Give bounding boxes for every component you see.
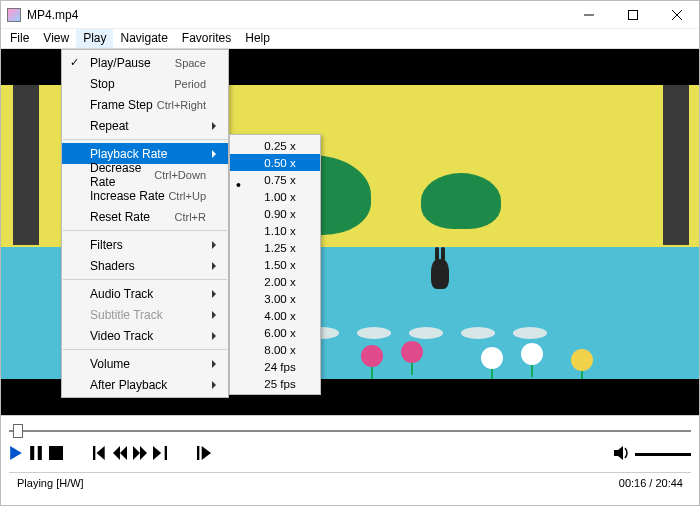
menu-file[interactable]: File: [3, 29, 36, 48]
menu-help[interactable]: Help: [238, 29, 277, 48]
controls: Playing [H/W] 00:16 / 20:44: [1, 415, 699, 505]
rate-option-1-25-x[interactable]: 1.25 x: [230, 239, 320, 256]
menu-item-label: Increase Rate: [90, 189, 168, 203]
menubar: File View Play Navigate Favorites Help: [1, 29, 699, 49]
menu-separator: [63, 230, 227, 231]
rate-option-2-00-x[interactable]: 2.00 x: [230, 273, 320, 290]
svg-marker-9: [97, 446, 105, 460]
rate-option-label: 24 fps: [264, 361, 295, 373]
minimize-button[interactable]: [567, 1, 611, 29]
rate-option-0-90-x[interactable]: 0.90 x: [230, 205, 320, 222]
svg-rect-16: [197, 446, 199, 460]
menu-item-increase-rate[interactable]: Increase RateCtrl+Up: [62, 185, 228, 206]
rate-option-label: 0.50 x: [264, 157, 295, 169]
pause-button[interactable]: [29, 446, 43, 463]
svg-marker-17: [202, 446, 211, 460]
rate-option-label: 0.25 x: [264, 140, 295, 152]
rate-option-3-00-x[interactable]: 3.00 x: [230, 290, 320, 307]
rate-option-8-00-x[interactable]: 8.00 x: [230, 341, 320, 358]
rate-option-label: 1.00 x: [264, 191, 295, 203]
menu-favorites[interactable]: Favorites: [175, 29, 238, 48]
menu-item-volume[interactable]: Volume: [62, 353, 228, 374]
menu-item-label: Repeat: [90, 119, 206, 133]
rate-option-label: 3.00 x: [264, 293, 295, 305]
seek-thumb[interactable]: [13, 424, 23, 438]
rate-option-label: 25 fps: [264, 378, 295, 390]
seek-bar[interactable]: [9, 422, 691, 440]
svg-marker-4: [10, 446, 22, 460]
menu-item-filters[interactable]: Filters: [62, 234, 228, 255]
menu-item-after-playback[interactable]: After Playback: [62, 374, 228, 395]
volume-slider[interactable]: [635, 453, 691, 456]
stop-button[interactable]: [49, 446, 63, 463]
forward-button[interactable]: [133, 446, 147, 463]
menu-item-stop[interactable]: StopPeriod: [62, 73, 228, 94]
rate-option-0-25-x[interactable]: 0.25 x: [230, 137, 320, 154]
cartoon-rabbit: [431, 259, 449, 289]
menu-item-shortcut: Ctrl+Down: [154, 169, 206, 181]
rewind-button[interactable]: [113, 446, 127, 463]
menu-item-label: Play/Pause: [90, 56, 175, 70]
svg-marker-12: [133, 446, 140, 460]
skip-back-button[interactable]: [93, 446, 107, 463]
svg-marker-14: [153, 446, 161, 460]
rate-option-1-50-x[interactable]: 1.50 x: [230, 256, 320, 273]
rate-option-label: 6.00 x: [264, 327, 295, 339]
svg-rect-7: [49, 446, 63, 460]
rate-option-0-50-x[interactable]: 0.50 x: [230, 154, 320, 171]
maximize-button[interactable]: [611, 1, 655, 29]
svg-rect-5: [30, 446, 34, 460]
menu-separator: [63, 279, 227, 280]
rate-option-4-00-x[interactable]: 4.00 x: [230, 307, 320, 324]
rate-option-label: 2.00 x: [264, 276, 295, 288]
menu-item-label: Video Track: [90, 329, 206, 343]
rate-option-0-75-x[interactable]: 0.75 x: [230, 171, 320, 188]
menu-navigate[interactable]: Navigate: [113, 29, 174, 48]
rate-option-label: 8.00 x: [264, 344, 295, 356]
menu-item-decrease-rate[interactable]: Decrease RateCtrl+Down: [62, 164, 228, 185]
window-title: MP4.mp4: [27, 8, 567, 22]
rate-option-label: 1.25 x: [264, 242, 295, 254]
rate-option-1-10-x[interactable]: 1.10 x: [230, 222, 320, 239]
menu-item-shortcut: Period: [174, 78, 206, 90]
menu-item-subtitle-track: Subtitle Track: [62, 304, 228, 325]
volume-icon[interactable]: [613, 444, 631, 465]
menu-item-label: After Playback: [90, 378, 206, 392]
play-menu-dropdown: Play/PauseSpaceStopPeriodFrame StepCtrl+…: [61, 49, 229, 398]
app-icon: [7, 8, 21, 22]
status-bar: Playing [H/W] 00:16 / 20:44: [9, 472, 691, 492]
titlebar: MP4.mp4: [1, 1, 699, 29]
play-button[interactable]: [9, 446, 23, 463]
rate-option-24-fps[interactable]: 24 fps: [230, 358, 320, 375]
svg-marker-18: [614, 446, 623, 460]
menu-view[interactable]: View: [36, 29, 76, 48]
close-button[interactable]: [655, 1, 699, 29]
menu-item-frame-step[interactable]: Frame StepCtrl+Right: [62, 94, 228, 115]
rate-option-label: 1.50 x: [264, 259, 295, 271]
menu-separator: [63, 139, 227, 140]
frame-step-button[interactable]: [197, 446, 211, 463]
menu-item-play-pause[interactable]: Play/PauseSpace: [62, 52, 228, 73]
playback-rate-submenu: 0.25 x0.50 x0.75 x1.00 x0.90 x1.10 x1.25…: [229, 134, 321, 395]
rate-option-25-fps[interactable]: 25 fps: [230, 375, 320, 392]
menu-item-video-track[interactable]: Video Track: [62, 325, 228, 346]
svg-rect-15: [165, 446, 167, 460]
svg-marker-10: [113, 446, 120, 460]
svg-marker-13: [140, 446, 147, 460]
menu-play[interactable]: Play: [76, 29, 113, 48]
menu-item-label: Frame Step: [90, 98, 157, 112]
menu-item-label: Volume: [90, 357, 206, 371]
rate-option-label: 0.75 x: [264, 174, 295, 186]
menu-item-label: Stop: [90, 77, 174, 91]
menu-item-audio-track[interactable]: Audio Track: [62, 283, 228, 304]
status-left: Playing [H/W]: [17, 477, 84, 489]
svg-rect-8: [93, 446, 95, 460]
menu-item-label: Playback Rate: [90, 147, 206, 161]
rate-option-6-00-x[interactable]: 6.00 x: [230, 324, 320, 341]
menu-item-repeat[interactable]: Repeat: [62, 115, 228, 136]
menu-item-reset-rate[interactable]: Reset RateCtrl+R: [62, 206, 228, 227]
menu-item-shaders[interactable]: Shaders: [62, 255, 228, 276]
skip-forward-button[interactable]: [153, 446, 167, 463]
rate-option-1-00-x[interactable]: 1.00 x: [230, 188, 320, 205]
rate-option-label: 1.10 x: [264, 225, 295, 237]
